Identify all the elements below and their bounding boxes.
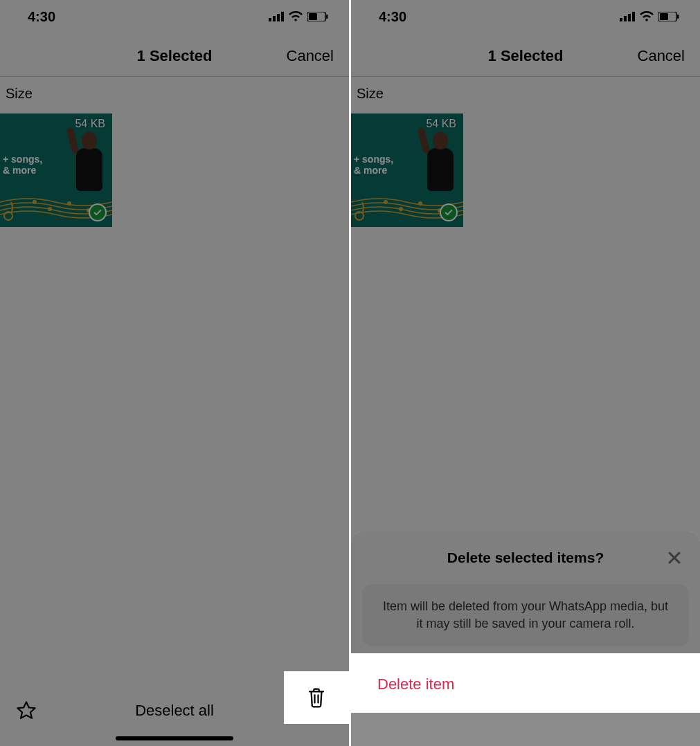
delete-item-button[interactable]: Delete item: [362, 662, 689, 707]
svg-point-20: [384, 200, 388, 204]
selected-check-icon: [440, 203, 458, 221]
status-time: 4:30: [28, 9, 55, 25]
home-indicator: [116, 736, 233, 740]
svg-point-22: [418, 201, 422, 206]
media-thumbnail[interactable]: + songs,& more 54 KB: [351, 113, 463, 227]
svg-rect-3: [281, 12, 284, 21]
svg-point-9: [48, 207, 52, 211]
status-bar: 4:30: [351, 0, 700, 33]
svg-rect-1: [273, 16, 276, 21]
svg-point-8: [33, 200, 37, 204]
svg-rect-18: [677, 15, 679, 19]
nav-title: 1 Selected: [137, 47, 213, 65]
sheet-title-row: Delete selected items?: [351, 531, 700, 584]
cancel-button[interactable]: Cancel: [287, 47, 334, 65]
nav-divider: [0, 76, 349, 77]
screenshot-right: 4:30 1 Selected Cancel Size: [351, 0, 700, 746]
thumbnail-size: 54 KB: [426, 118, 456, 130]
media-thumbnail[interactable]: + songs,& more 54 KB: [0, 113, 112, 227]
wifi-icon: [288, 11, 303, 22]
thumbnail-art-person: [418, 126, 459, 192]
sheet-message: Item will be deleted from your WhatsApp …: [362, 584, 689, 646]
selected-check-icon: [89, 203, 107, 221]
thumbnail-art-text: + songs,& more: [3, 154, 42, 176]
svg-rect-5: [309, 13, 317, 20]
screenshot-left: 4:30 1 Selected Cancel Size: [0, 0, 349, 746]
svg-rect-17: [660, 13, 668, 20]
svg-rect-13: [624, 16, 627, 21]
screenshot-dim-overlay: [0, 0, 349, 746]
cancel-button[interactable]: Cancel: [638, 47, 685, 65]
trash-button[interactable]: [284, 671, 349, 724]
nav-divider: [351, 76, 700, 77]
svg-rect-0: [269, 18, 271, 21]
nav-title: 1 Selected: [488, 47, 564, 65]
cellular-icon: [620, 12, 635, 21]
svg-rect-14: [628, 14, 631, 21]
wifi-icon: [639, 11, 654, 22]
status-bar: 4:30: [0, 0, 349, 33]
cellular-icon: [269, 12, 284, 21]
svg-point-10: [67, 201, 71, 206]
section-sort-label[interactable]: Size: [357, 86, 384, 102]
status-icons: [269, 11, 328, 22]
thumbnail-art-person: [66, 126, 108, 192]
thumbnail-size: 54 KB: [75, 118, 105, 130]
svg-rect-15: [632, 12, 635, 21]
trash-icon: [306, 686, 327, 709]
battery-icon: [658, 12, 679, 21]
svg-rect-6: [326, 15, 328, 19]
sheet-close-button[interactable]: [663, 546, 686, 570]
svg-rect-12: [620, 18, 622, 21]
battery-icon: [307, 12, 328, 21]
svg-rect-2: [277, 14, 280, 21]
status-time: 4:30: [379, 9, 406, 25]
delete-action-sheet: Delete selected items? Item will be dele…: [351, 531, 700, 746]
svg-point-21: [399, 207, 403, 211]
thumbnail-art-text: + songs,& more: [354, 154, 393, 176]
sheet-title: Delete selected items?: [447, 549, 604, 566]
status-icons: [620, 11, 679, 22]
section-sort-label[interactable]: Size: [6, 86, 33, 102]
close-icon: [667, 551, 681, 565]
nav-bar: 1 Selected Cancel: [0, 36, 349, 76]
nav-bar: 1 Selected Cancel: [351, 36, 700, 76]
